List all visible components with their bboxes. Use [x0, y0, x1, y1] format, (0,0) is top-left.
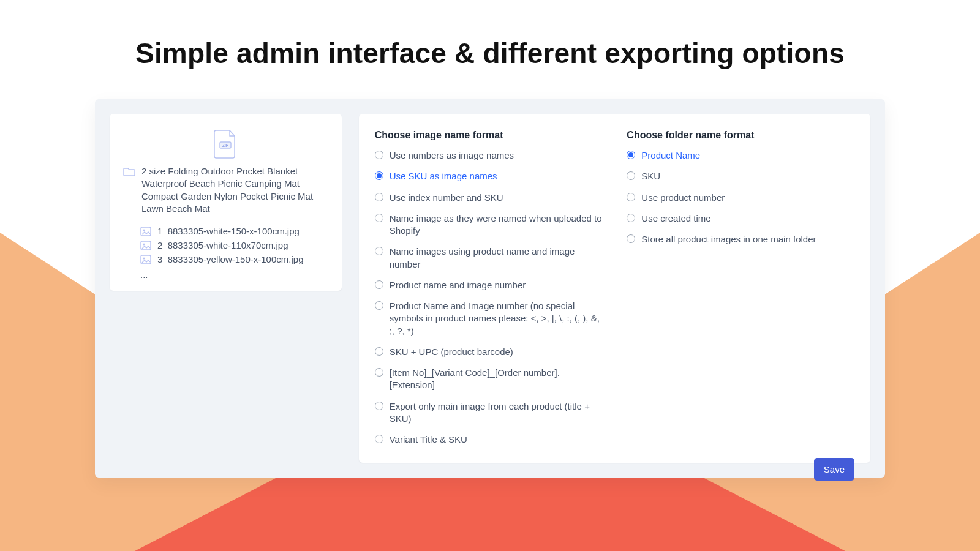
radio-label: Product name and image number: [390, 279, 526, 291]
radio-option[interactable]: SKU: [627, 170, 854, 182]
preview-folder-name: 2 size Folding Outdoor Pocket Blanket Wa…: [141, 165, 328, 215]
radio-input[interactable]: [627, 171, 635, 180]
radio-label: Export only main image from each product…: [390, 400, 603, 425]
preview-folder-row: 2 size Folding Outdoor Pocket Blanket Wa…: [123, 165, 328, 215]
radio-input[interactable]: [375, 193, 383, 201]
radio-label: Product Name and Image number (no specia…: [390, 300, 603, 337]
image-name-format-title: Choose image name format: [375, 130, 603, 141]
radio-option[interactable]: Use index number and SKU: [375, 192, 603, 204]
radio-option[interactable]: Use numbers as image names: [375, 149, 603, 162]
radio-option[interactable]: Product Name and Image number (no specia…: [375, 300, 603, 337]
radio-option[interactable]: Product name and image number: [375, 279, 603, 291]
preview-file-list: 1_8833305-white-150-x-100cm.jpg2_8833305…: [140, 226, 328, 264]
options-card: Choose image name format Use numbers as …: [359, 114, 870, 463]
radio-input[interactable]: [627, 151, 635, 159]
folder-name-format-title: Choose folder name format: [627, 130, 854, 141]
preview-file-row: 1_8833305-white-150-x-100cm.jpg: [140, 226, 328, 236]
preview-file-row: 2_8833305-white-110x70cm.jpg: [140, 240, 328, 250]
radio-input[interactable]: [375, 435, 383, 443]
radio-input[interactable]: [375, 214, 383, 222]
radio-input[interactable]: [375, 280, 383, 289]
image-file-icon: [140, 227, 151, 236]
folder-name-format-column: Choose folder name format Product NameSK…: [627, 130, 854, 446]
svg-point-3: [143, 229, 145, 231]
settings-panel: ZIP 2 size Folding Outdoor Pocket Blanke…: [95, 99, 885, 478]
svg-point-5: [143, 243, 145, 245]
preview-file-name: 2_8833305-white-110x70cm.jpg: [157, 240, 288, 250]
radio-label: Use index number and SKU: [390, 192, 503, 204]
preview-file-row: 3_8833305-yellow-150-x-100cm.jpg: [140, 254, 328, 264]
radio-option[interactable]: Use SKU as image names: [375, 170, 603, 182]
radio-label: SKU: [641, 170, 660, 182]
svg-point-7: [143, 257, 145, 259]
radio-option[interactable]: Name image as they were named when uploa…: [375, 212, 603, 238]
svg-text:ZIP: ZIP: [222, 143, 229, 148]
radio-input[interactable]: [375, 347, 383, 356]
radio-input[interactable]: [375, 151, 383, 159]
radio-label: Use created time: [641, 212, 710, 225]
radio-input[interactable]: [375, 247, 383, 255]
radio-label: Name image as they were named when uploa…: [390, 212, 603, 238]
radio-input[interactable]: [627, 214, 635, 222]
radio-option[interactable]: Export only main image from each product…: [375, 400, 603, 425]
zip-file-icon: ZIP: [211, 129, 239, 159]
radio-option[interactable]: Store all product images in one main fol…: [627, 233, 854, 246]
preview-file-name: 3_8833305-yellow-150-x-100cm.jpg: [157, 254, 303, 264]
radio-label: SKU + UPC (product barcode): [390, 346, 513, 358]
preview-more-indicator: ...: [140, 269, 328, 280]
page-title: Simple admin interface & different expor…: [0, 0, 980, 70]
radio-input[interactable]: [627, 193, 635, 201]
radio-label: Store all product images in one main fol…: [641, 233, 816, 246]
radio-option[interactable]: Use created time: [627, 212, 854, 225]
radio-label: Product Name: [641, 149, 700, 162]
folder-icon: [123, 167, 135, 176]
radio-input[interactable]: [375, 402, 383, 410]
folder-name-format-group: Product NameSKUUse product numberUse cre…: [627, 149, 854, 246]
radio-input[interactable]: [375, 171, 383, 180]
radio-option[interactable]: Name images using product name and image…: [375, 246, 603, 271]
radio-input[interactable]: [375, 301, 383, 310]
radio-label: Use product number: [641, 192, 725, 204]
preview-card: ZIP 2 size Folding Outdoor Pocket Blanke…: [110, 114, 342, 291]
preview-file-name: 1_8833305-white-150-x-100cm.jpg: [157, 226, 300, 236]
radio-label: Variant Title & SKU: [390, 433, 467, 446]
image-name-format-column: Choose image name format Use numbers as …: [375, 130, 603, 446]
radio-label: Use SKU as image names: [390, 170, 497, 182]
image-name-format-group: Use numbers as image namesUse SKU as ima…: [375, 149, 603, 446]
radio-input[interactable]: [627, 234, 635, 243]
image-file-icon: [140, 241, 151, 250]
radio-label: [Item No]_[Variant Code]_[Order number].…: [390, 367, 603, 392]
radio-option[interactable]: Variant Title & SKU: [375, 433, 603, 446]
image-file-icon: [140, 255, 151, 264]
radio-option[interactable]: Use product number: [627, 192, 854, 204]
radio-option[interactable]: Product Name: [627, 149, 854, 162]
radio-label: Use numbers as image names: [390, 149, 514, 162]
radio-label: Name images using product name and image…: [390, 246, 603, 271]
save-button[interactable]: Save: [814, 458, 854, 481]
radio-option[interactable]: SKU + UPC (product barcode): [375, 346, 603, 358]
radio-option[interactable]: [Item No]_[Variant Code]_[Order number].…: [375, 367, 603, 392]
radio-input[interactable]: [375, 368, 383, 377]
